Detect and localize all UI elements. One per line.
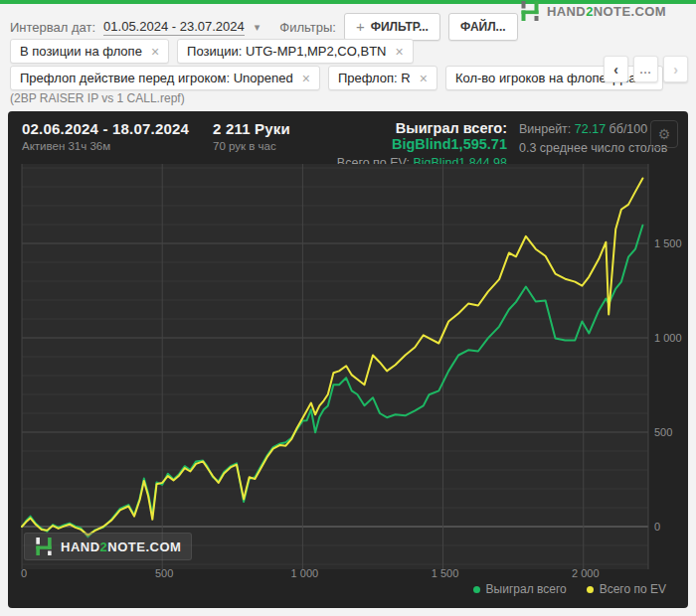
plus-icon: + bbox=[356, 22, 365, 32]
watermark-badge: HAND2NOTE.COM bbox=[24, 533, 192, 560]
date-interval-value[interactable]: 01.05.2024 - 23.07.2024 bbox=[103, 19, 245, 36]
close-icon[interactable]: × bbox=[420, 73, 428, 84]
stat-date-range: 02.06.2024 - 18.07.2024 Активен 31ч 36м bbox=[22, 120, 189, 152]
winrate-value: 72.17 bbox=[575, 122, 606, 136]
filter-chip-label: В позиции на флопе bbox=[20, 44, 142, 59]
stat-hands: 2 211 Руки 70 рук в час bbox=[213, 120, 290, 152]
hands-count: 2 211 Руки bbox=[213, 120, 290, 137]
toolbar: Интервал дат: 01.05.2024 - 23.07.2024 ▾ … bbox=[10, 13, 518, 41]
hand2note-h-icon bbox=[520, 1, 540, 21]
legend-label-ev: Всего по EV bbox=[600, 582, 666, 596]
chart-legend: Выиграл всего Всего по EV bbox=[473, 582, 666, 596]
legend-dot-ev bbox=[587, 586, 594, 593]
report-file-name: (2BP RAISER IP vs 1 CALL.repf) bbox=[10, 91, 185, 105]
filter-chip-position-on-flop: В позиции на флопе × bbox=[10, 39, 169, 64]
filter-chip-positions: Позиции: UTG-MP1,MP2,CO,BTN × bbox=[177, 39, 414, 64]
more-button[interactable]: ... bbox=[633, 56, 658, 82]
file-button[interactable]: ФАЙЛ... bbox=[448, 13, 518, 41]
filter-chip-label: Префлоп: R bbox=[338, 71, 411, 85]
date-interval-label: Интервал дат: bbox=[10, 20, 95, 35]
hand2note-logo: HAND2NOTE.COM bbox=[520, 1, 689, 21]
close-icon[interactable]: × bbox=[302, 73, 310, 84]
active-time: Активен 31ч 36м bbox=[22, 140, 189, 152]
stats-panel: 02.06.2024 - 18.07.2024 Активен 31ч 36м … bbox=[8, 111, 688, 608]
close-icon[interactable]: × bbox=[395, 46, 403, 58]
legend-label-won: Выиграл всего bbox=[486, 582, 567, 596]
filter-chip-preflop-action: Префлоп действие перед игроком: Unopened… bbox=[10, 66, 320, 90]
svg-text:0: 0 bbox=[21, 567, 27, 579]
file-button-label: ФАЙЛ... bbox=[460, 20, 506, 34]
avg-tables: 0.3 среднее число столов bbox=[519, 141, 667, 155]
app-root: Интервал дат: 01.05.2024 - 23.07.2024 ▾ … bbox=[0, 0, 696, 616]
svg-text:500: 500 bbox=[654, 426, 672, 438]
svg-text:1 000: 1 000 bbox=[654, 332, 682, 344]
won-label: Выиграл всего: bbox=[396, 120, 507, 136]
filter-nav: ‹ ... › bbox=[604, 56, 688, 82]
prev-button[interactable]: ‹ bbox=[604, 56, 628, 82]
svg-text:1 500: 1 500 bbox=[432, 567, 459, 579]
watermark-text: HAND2NOTE.COM bbox=[61, 539, 181, 554]
hands-per-hour: 70 рук в час bbox=[213, 140, 290, 152]
filters-label: Фильтры: bbox=[279, 20, 336, 35]
hand2note-logo-text: HAND2NOTE.COM bbox=[547, 4, 666, 19]
add-filter-button[interactable]: + ФИЛЬТР... bbox=[344, 13, 440, 41]
svg-text:2 000: 2 000 bbox=[572, 567, 600, 579]
stat-winrate: Винрейт: 72.17 бб/100 0.3 среднее число … bbox=[519, 122, 667, 155]
chevron-down-icon[interactable]: ▾ bbox=[255, 21, 261, 34]
svg-text:1 000: 1 000 bbox=[291, 567, 319, 579]
winrate-unit: бб/100 bbox=[609, 122, 648, 136]
gear-icon: ⚙ bbox=[658, 126, 671, 142]
svg-text:1 500: 1 500 bbox=[654, 237, 682, 249]
filter-chip-label: Позиции: UTG-MP1,MP2,CO,BTN bbox=[187, 44, 386, 59]
hand2note-h-icon bbox=[35, 538, 53, 555]
filter-chips-row-2: Префлоп действие перед игроком: Unopened… bbox=[10, 66, 663, 90]
svg-text:500: 500 bbox=[155, 567, 173, 579]
chart-settings-button[interactable]: ⚙ bbox=[650, 120, 678, 148]
close-icon[interactable]: × bbox=[151, 46, 159, 58]
legend-item-won[interactable]: Выиграл всего bbox=[473, 582, 567, 596]
date-range-value: 02.06.2024 - 18.07.2024 bbox=[22, 120, 189, 137]
add-filter-button-label: ФИЛЬТР... bbox=[371, 20, 429, 34]
filter-chip-label: Префлоп действие перед игроком: Unopened bbox=[20, 71, 293, 85]
legend-dot-won bbox=[473, 586, 480, 593]
next-button[interactable]: › bbox=[663, 56, 688, 82]
winrate-label: Винрейт: bbox=[519, 122, 571, 136]
svg-text:0: 0 bbox=[654, 521, 660, 533]
filter-chips-row-1: В позиции на флопе × Позиции: UTG-MP1,MP… bbox=[10, 39, 414, 64]
legend-item-ev[interactable]: Всего по EV bbox=[587, 582, 666, 596]
won-value: BigBlind1,595.71 bbox=[392, 136, 507, 152]
filter-chip-preflop-r: Префлоп: R × bbox=[328, 66, 437, 90]
